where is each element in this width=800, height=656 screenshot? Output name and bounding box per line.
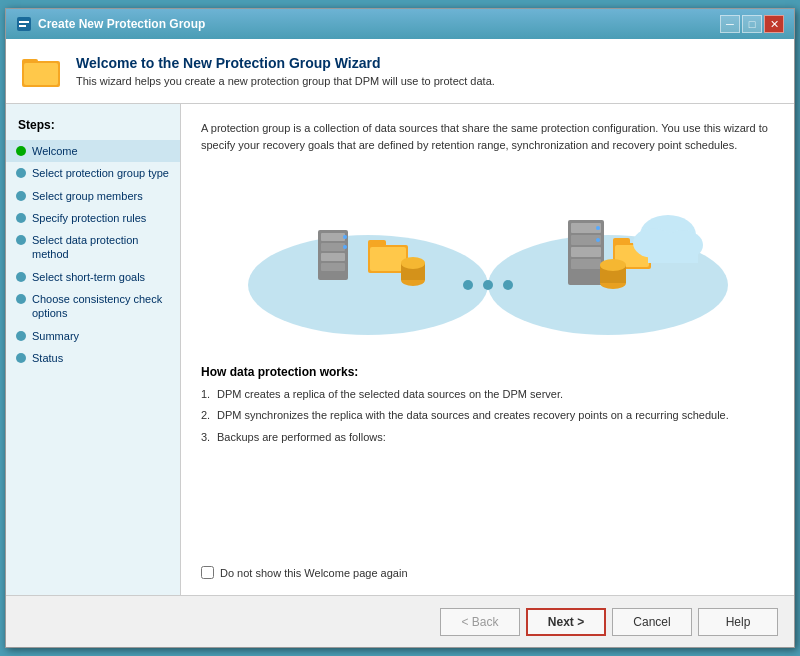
how-item-3: Backups are performed as follows: (201, 430, 774, 445)
sidebar-label-short-term: Select short-term goals (32, 270, 145, 284)
header-text-block: Welcome to the New Protection Group Wiza… (76, 55, 495, 87)
sidebar-item-consistency[interactable]: Choose consistency check options (6, 288, 180, 325)
illustration-area (201, 175, 774, 345)
title-bar: Create New Protection Group ─ □ ✕ (6, 9, 794, 39)
sidebar-label-summary: Summary (32, 329, 79, 343)
folder-icon (22, 51, 62, 91)
svg-point-16 (343, 235, 347, 239)
sidebar-item-welcome[interactable]: Welcome (6, 140, 180, 162)
step-dot-members (16, 191, 26, 201)
no-show-checkbox[interactable] (201, 566, 214, 579)
description-text: A protection group is a collection of da… (201, 120, 774, 153)
maximize-button[interactable]: □ (742, 15, 762, 33)
svg-point-17 (343, 245, 347, 249)
sidebar-label-consistency: Choose consistency check options (32, 292, 170, 321)
sidebar-item-pg-type[interactable]: Select protection group type (6, 162, 180, 184)
back-button[interactable]: < Back (440, 608, 520, 636)
wizard-subtitle: This wizard helps you create a new prote… (76, 75, 495, 87)
next-button[interactable]: Next > (526, 608, 606, 636)
steps-sidebar: Steps: Welcome Select protection group t… (6, 104, 181, 595)
svg-point-30 (596, 238, 600, 242)
svg-point-29 (596, 226, 600, 230)
title-controls: ─ □ ✕ (720, 15, 784, 33)
svg-point-23 (401, 257, 425, 269)
svg-rect-5 (24, 63, 58, 85)
step-dot-summary (16, 331, 26, 341)
svg-rect-2 (19, 25, 26, 27)
wizard-header: Welcome to the New Protection Group Wiza… (6, 39, 794, 104)
step-dot-status (16, 353, 26, 363)
step-dot-welcome (16, 146, 26, 156)
svg-rect-12 (321, 233, 345, 241)
close-button[interactable]: ✕ (764, 15, 784, 33)
steps-label: Steps: (6, 114, 180, 140)
how-title: How data protection works: (201, 365, 774, 379)
svg-rect-40 (648, 243, 698, 263)
svg-rect-15 (321, 263, 345, 271)
svg-rect-28 (571, 259, 601, 269)
svg-rect-27 (571, 247, 601, 257)
step-dot-consistency (16, 294, 26, 304)
welcome-checkbox-area: Do not show this Welcome page again (201, 566, 774, 579)
sidebar-item-method[interactable]: Select data protection method (6, 229, 180, 266)
minimize-button[interactable]: ─ (720, 15, 740, 33)
wizard-title: Welcome to the New Protection Group Wiza… (76, 55, 495, 71)
sidebar-item-summary[interactable]: Summary (6, 325, 180, 347)
svg-rect-1 (19, 21, 29, 23)
main-panel: A protection group is a collection of da… (181, 104, 794, 595)
svg-rect-14 (321, 253, 345, 261)
no-show-label[interactable]: Do not show this Welcome page again (220, 567, 408, 579)
step-dot-short-term (16, 272, 26, 282)
svg-rect-20 (370, 247, 406, 271)
wizard-footer: < Back Next > Cancel Help (6, 595, 794, 647)
svg-point-8 (463, 280, 473, 290)
how-item-2: DPM synchronizes the replica with the da… (201, 408, 774, 423)
svg-point-10 (503, 280, 513, 290)
svg-point-9 (483, 280, 493, 290)
svg-rect-0 (17, 17, 31, 31)
sidebar-label-method: Select data protection method (32, 233, 170, 262)
content-area: Steps: Welcome Select protection group t… (6, 104, 794, 595)
sidebar-label-status: Status (32, 351, 63, 365)
sidebar-label-rules: Specify protection rules (32, 211, 146, 225)
title-bar-left: Create New Protection Group (16, 16, 205, 32)
dpm-icon (16, 16, 32, 32)
sidebar-label-members: Select group members (32, 189, 143, 203)
main-window: Create New Protection Group ─ □ ✕ Welcom… (5, 8, 795, 648)
how-item-1: DPM creates a replica of the selected da… (201, 387, 774, 402)
sidebar-item-short-term[interactable]: Select short-term goals (6, 266, 180, 288)
help-button[interactable]: Help (698, 608, 778, 636)
data-protection-illustration (238, 175, 738, 345)
sidebar-label-welcome: Welcome (32, 144, 78, 158)
svg-rect-13 (321, 243, 345, 251)
sidebar-label-pg-type: Select protection group type (32, 166, 169, 180)
how-list: DPM creates a replica of the selected da… (201, 387, 774, 451)
window-title: Create New Protection Group (38, 17, 205, 31)
step-dot-method (16, 235, 26, 245)
cancel-button[interactable]: Cancel (612, 608, 692, 636)
step-dot-pg-type (16, 168, 26, 178)
sidebar-item-members[interactable]: Select group members (6, 185, 180, 207)
svg-point-36 (600, 259, 626, 271)
sidebar-item-status[interactable]: Status (6, 347, 180, 369)
sidebar-item-rules[interactable]: Specify protection rules (6, 207, 180, 229)
step-dot-rules (16, 213, 26, 223)
